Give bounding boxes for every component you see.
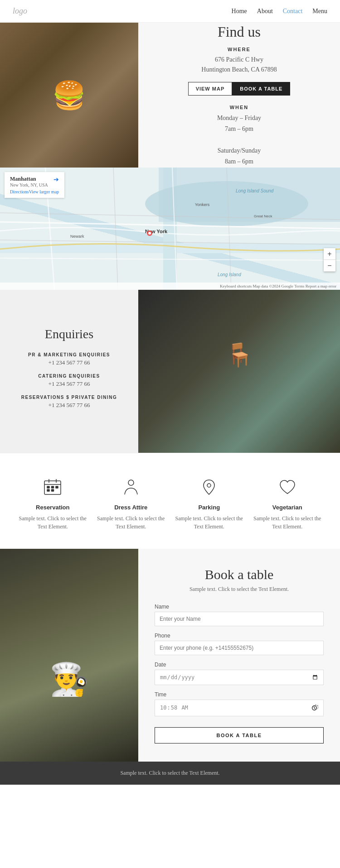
nav-links: Home About Contact Menu xyxy=(232,8,327,15)
dress-attire-title: Dress Attire xyxy=(95,504,167,511)
catering-phone: +1 234 567 77 66 xyxy=(38,380,100,388)
person-icon xyxy=(120,476,142,499)
enquiries-content: Enquiries PR & MARKETING ENQUIRIES +1 23… xyxy=(0,290,138,453)
address-line1: 676 Pacific C Hwy xyxy=(201,55,277,65)
icons-row: Reservation Sample text. Click to select… xyxy=(0,453,340,549)
phone-form-group: Phone xyxy=(155,633,324,655)
enquiries-section: Enquiries PR & MARKETING ENQUIRIES +1 23… xyxy=(0,290,340,453)
when-block: WHEN Monday – Friday 7am – 6pm Saturday/… xyxy=(217,105,261,167)
restaurant-hero-image xyxy=(0,23,138,168)
zoom-in-button[interactable]: + xyxy=(324,248,335,260)
find-us-section: Find us WHERE 676 Pacific C Hwy Huntingt… xyxy=(0,23,340,168)
map-place-subtitle: New York, NY, USA xyxy=(10,182,48,187)
svg-rect-27 xyxy=(52,489,54,491)
date-label: Date xyxy=(155,662,324,668)
address-block: 676 Pacific C Hwy Huntington Beach, CA 6… xyxy=(201,55,277,75)
svg-point-18 xyxy=(148,232,151,235)
when-label: WHEN xyxy=(217,105,261,110)
directions-icon: ➔ xyxy=(53,176,59,183)
footer-text[interactable]: Sample text. Click to select the Text El… xyxy=(120,770,219,776)
icon-item-dress-attire: Dress Attire Sample text. Click to selec… xyxy=(95,476,167,531)
svg-text:Great Neck: Great Neck xyxy=(254,214,272,218)
parking-text[interactable]: Sample text. Click to select the Text El… xyxy=(173,514,245,531)
navigation: logo Home About Contact Menu xyxy=(0,0,340,23)
book-table-section: Book a table Sample text. Click to selec… xyxy=(0,549,340,762)
date-input[interactable] xyxy=(155,670,324,685)
location-icon xyxy=(198,476,220,499)
reservations-label: RESERVATIONS $ PRIVATE DINING xyxy=(21,395,117,400)
reservations-enquiry-block: RESERVATIONS $ PRIVATE DINING +1 234 567… xyxy=(21,395,117,409)
nav-home[interactable]: Home xyxy=(232,8,247,15)
dress-attire-text[interactable]: Sample text. Click to select the Text El… xyxy=(95,514,167,531)
svg-text:Yonkers: Yonkers xyxy=(195,202,210,207)
weekend-hours: 8am – 6pm xyxy=(217,156,261,167)
chef-image xyxy=(0,549,138,762)
where-label: WHERE xyxy=(228,47,251,52)
map-footer: Keyboard shortcuts Map data ©2024 Google… xyxy=(0,283,340,290)
nav-contact[interactable]: Contact xyxy=(283,8,303,15)
map-overlay: Manhattan New York, NY, USA ➔ Directions… xyxy=(5,172,64,198)
catering-label: CATERING ENQUIRIES xyxy=(38,374,100,379)
date-form-group: Date xyxy=(155,662,324,685)
time-form-group: Time ⏱ xyxy=(155,691,324,716)
icon-item-vegetarian: Vegetarian Sample text. Click to select … xyxy=(251,476,324,531)
name-input[interactable] xyxy=(155,612,324,626)
restaurant-bar-image xyxy=(138,290,340,453)
phone-label: Phone xyxy=(155,633,324,639)
nav-menu[interactable]: Menu xyxy=(312,8,327,15)
name-label: Name xyxy=(155,604,324,610)
time-label: Time xyxy=(155,691,324,698)
map-background: New York Newark Yonkers Great Neck Long … xyxy=(0,168,340,290)
reservation-title: Reservation xyxy=(16,504,89,511)
pr-label: PR & MARKETING ENQUIRIES xyxy=(28,352,110,357)
time-wrapper: ⏱ xyxy=(155,700,324,716)
map-links: Directions View larger map xyxy=(10,189,59,194)
svg-rect-24 xyxy=(52,486,54,488)
svg-rect-26 xyxy=(47,489,49,491)
reservations-phone: +1 234 567 77 66 xyxy=(21,402,117,409)
icon-item-parking: Parking Sample text. Click to select the… xyxy=(173,476,245,531)
nav-about[interactable]: About xyxy=(257,8,273,15)
book-title: Book a table xyxy=(155,567,324,582)
time-input[interactable] xyxy=(155,700,324,716)
view-larger-link[interactable]: View larger map xyxy=(29,189,59,194)
directions-link[interactable]: Directions xyxy=(10,189,29,194)
svg-text:Newark: Newark xyxy=(70,234,84,239)
weekend-label: Saturday/Sunday xyxy=(217,145,261,156)
svg-rect-25 xyxy=(56,486,58,488)
logo: logo xyxy=(13,6,27,16)
footer: Sample text. Click to select the Text El… xyxy=(0,762,340,785)
find-us-content: Find us WHERE 676 Pacific C Hwy Huntingt… xyxy=(138,23,340,168)
vegetarian-text[interactable]: Sample text. Click to select the Text El… xyxy=(251,514,324,531)
book-form-area: Book a table Sample text. Click to selec… xyxy=(138,549,340,762)
map-zoom-controls: + − xyxy=(324,248,335,272)
icon-item-reservation: Reservation Sample text. Click to select… xyxy=(16,476,89,531)
phone-input[interactable] xyxy=(155,641,324,655)
catering-enquiry-block: CATERING ENQUIRIES +1 234 567 77 66 xyxy=(38,374,100,388)
heart-icon xyxy=(276,476,299,499)
vegetarian-title: Vegetarian xyxy=(251,504,324,511)
hours-block: Monday – Friday 7am – 6pm Saturday/Sunda… xyxy=(217,113,261,167)
reservation-text[interactable]: Sample text. Click to select the Text El… xyxy=(16,514,89,531)
svg-point-28 xyxy=(128,480,134,485)
name-form-group: Name xyxy=(155,604,324,626)
svg-text:Long Island Sound: Long Island Sound xyxy=(236,188,274,193)
calendar-icon xyxy=(41,476,64,499)
svg-text:Long Island: Long Island xyxy=(218,272,241,277)
parking-title: Parking xyxy=(173,504,245,511)
clock-icon: ⏱ xyxy=(313,704,319,711)
map-place-title: Manhattan xyxy=(10,176,48,182)
location-buttons: VIEW MAP BOOK A TABLE xyxy=(188,82,291,96)
svg-rect-23 xyxy=(47,486,49,488)
book-table-header-button[interactable]: BOOK A TABLE xyxy=(232,82,290,96)
pr-enquiry-block: PR & MARKETING ENQUIRIES +1 234 567 77 6… xyxy=(28,352,110,366)
book-table-submit-button[interactable]: BOOK A TABLE xyxy=(155,727,324,743)
weekday-label: Monday – Friday xyxy=(217,113,261,124)
book-subtitle[interactable]: Sample text. Click to select the Text El… xyxy=(155,586,324,593)
zoom-out-button[interactable]: − xyxy=(324,260,335,272)
pr-phone: +1 234 567 77 66 xyxy=(28,359,110,366)
enquiries-title: Enquiries xyxy=(45,327,93,341)
view-map-button[interactable]: VIEW MAP xyxy=(188,82,233,96)
weekday-hours: 7am – 6pm xyxy=(217,124,261,134)
address-line2: Huntington Beach, CA 67898 xyxy=(201,65,277,75)
